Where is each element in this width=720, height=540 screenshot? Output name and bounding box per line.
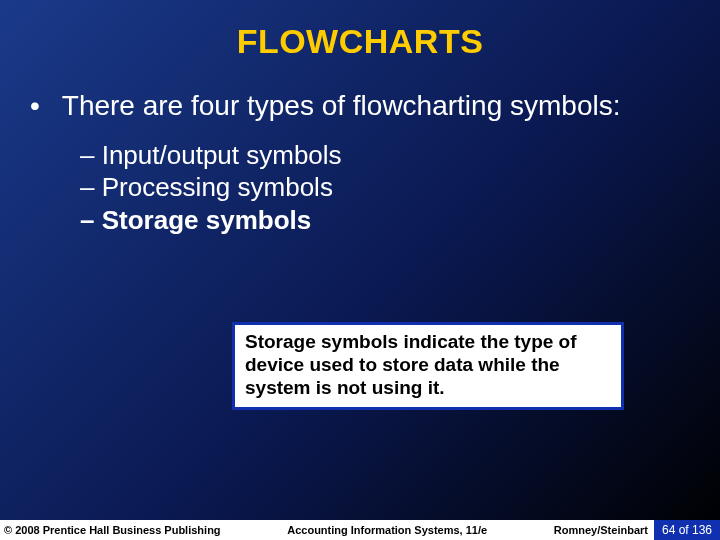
sub-item-text: Processing symbols (102, 172, 333, 202)
sub-list: – Input/output symbols – Processing symb… (80, 139, 690, 237)
main-bullet: • There are four types of flowcharting s… (30, 89, 690, 123)
callout-box: Storage symbols indicate the type of dev… (232, 322, 624, 410)
bullet-dot: • (30, 89, 54, 123)
sub-item-emphasis: – Storage symbols (80, 204, 690, 237)
footer-authors: Romney/Steinbart (554, 524, 654, 536)
slide-body: • There are four types of flowcharting s… (0, 61, 720, 236)
sub-item-text: Input/output symbols (102, 140, 342, 170)
main-bullet-text: There are four types of flowcharting sym… (62, 89, 642, 123)
sub-item: – Processing symbols (80, 171, 690, 204)
sub-item: – Input/output symbols (80, 139, 690, 172)
sub-item-text: Storage symbols (102, 205, 312, 235)
footer-book: Accounting Information Systems, 11/e (221, 524, 554, 536)
callout-text: Storage symbols indicate the type of dev… (245, 331, 611, 399)
slide: FLOWCHARTS • There are four types of flo… (0, 0, 720, 540)
footer-copyright: © 2008 Prentice Hall Business Publishing (0, 524, 221, 536)
footer: © 2008 Prentice Hall Business Publishing… (0, 520, 720, 540)
slide-title: FLOWCHARTS (0, 0, 720, 61)
footer-page: 64 of 136 (654, 520, 720, 540)
